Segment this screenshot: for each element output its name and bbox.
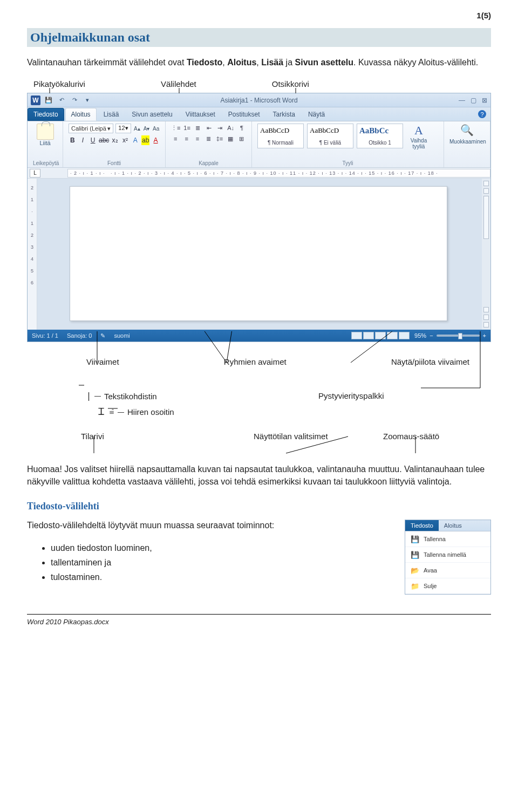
paste-icon[interactable] <box>37 124 54 140</box>
find-icon[interactable]: 🔍 <box>449 124 485 137</box>
mini-tab-tiedosto[interactable]: Tiedosto <box>405 520 439 531</box>
font-size-combo[interactable]: 12▾ <box>115 124 131 133</box>
sort-icon[interactable]: A↓ <box>226 124 235 132</box>
status-language[interactable]: suomi <box>114 332 130 339</box>
text-effects-icon[interactable]: A <box>131 135 139 145</box>
increase-indent-icon[interactable]: ⇥ <box>215 124 224 132</box>
browse-object-icon[interactable] <box>483 315 489 320</box>
mini-tab-aloitus[interactable]: Aloitus <box>439 520 467 531</box>
ribbon-tabs: Tiedosto Aloitus Lisää Sivun asettelu Vi… <box>28 107 490 121</box>
status-word-count[interactable]: Sanoja: 0 <box>67 332 92 339</box>
align-right-icon[interactable]: ≡ <box>193 134 202 143</box>
tab-selector[interactable]: L <box>30 169 40 178</box>
save-icon[interactable]: 💾 <box>44 95 53 105</box>
intro-bold-aloitus: Aloitus <box>227 58 256 67</box>
close-icon[interactable]: ⊠ <box>482 97 487 104</box>
callout-row-top: Pikatyökalurivi Välilehdet Otsikkorivi <box>27 77 491 93</box>
tab-aloitus[interactable]: Aloitus <box>65 108 97 121</box>
subscript-icon[interactable]: x₂ <box>111 135 119 145</box>
redo-icon[interactable]: ↷ <box>70 95 79 105</box>
tab-tarkista[interactable]: Tarkista <box>267 108 301 121</box>
scroll-up-icon[interactable] <box>483 188 489 194</box>
menu-item-tallenna-nimella[interactable]: 💾Tallenna nimellä <box>405 547 490 563</box>
font-name-combo[interactable]: Calibri (Leipä▾ <box>69 124 113 133</box>
document-page[interactable] <box>70 186 447 321</box>
menu-item-tallenna[interactable]: 💾Tallenna <box>405 531 490 547</box>
grow-font-icon[interactable]: A▴ <box>133 124 141 133</box>
strikethrough-icon[interactable]: abc <box>99 135 109 145</box>
vertical-scrollbar[interactable] <box>482 179 490 330</box>
tab-nayta[interactable]: Näytä <box>302 108 331 121</box>
style-normaali[interactable]: AaBbCcD ¶ Normaali <box>257 124 304 148</box>
undo-icon[interactable]: ↶ <box>57 95 66 105</box>
tab-viittaukset[interactable]: Viittaukset <box>180 108 221 121</box>
shrink-font-icon[interactable]: A▾ <box>143 124 151 133</box>
borders-icon[interactable]: ⊞ <box>237 134 246 143</box>
restore-icon[interactable]: ▢ <box>471 97 476 104</box>
editing-label[interactable]: Muokkaaminen <box>449 139 485 145</box>
change-style-icon: A <box>406 124 431 138</box>
change-style-button[interactable]: A Vaihda tyyliä <box>406 124 431 149</box>
text-cursor-marker: | <box>86 391 91 401</box>
menu-item-avaa[interactable]: 📂Avaa <box>405 563 490 578</box>
view-full-screen-icon[interactable] <box>363 332 374 339</box>
callout-ryhmien-avaimet: Ryhmien avaimet <box>224 357 287 366</box>
qat-dropdown-icon[interactable]: ▾ <box>83 95 92 105</box>
zoom-control: 95% − + <box>414 332 486 339</box>
status-proofing-icon[interactable]: ✎ <box>100 332 105 339</box>
view-print-layout-icon[interactable] <box>351 332 362 339</box>
intro-bold-tiedosto: Tiedosto <box>187 58 222 67</box>
view-draft-icon[interactable] <box>399 332 410 339</box>
footer-filename: Word 2010 Pikaopas.docx <box>27 618 491 626</box>
justify-icon[interactable]: ≣ <box>204 134 213 143</box>
word-app-icon[interactable]: W <box>31 95 40 105</box>
scroll-thumb[interactable] <box>483 196 489 239</box>
scroll-down-icon[interactable] <box>483 307 489 312</box>
font-color-icon[interactable]: A <box>152 135 160 145</box>
align-center-icon[interactable]: ≡ <box>182 134 190 143</box>
group-label-tyyli: Tyyli <box>257 159 438 166</box>
paste-label[interactable]: Liitä <box>33 140 57 146</box>
minimize-icon[interactable]: — <box>459 97 465 104</box>
vertical-ruler[interactable]: 21·123456 <box>28 179 37 330</box>
decrease-indent-icon[interactable]: ⇤ <box>205 124 213 132</box>
style-otsikko1[interactable]: AaBbCc Otsikko 1 <box>357 124 403 148</box>
tab-postitukset[interactable]: Postitukset <box>222 108 266 121</box>
next-page-icon[interactable] <box>483 322 489 327</box>
tab-lisaa[interactable]: Lisää <box>98 108 125 121</box>
pilcrow-icon[interactable]: ¶ <box>237 124 246 132</box>
align-left-icon[interactable]: ≡ <box>171 134 180 143</box>
line-spacing-icon[interactable]: ‡≡ <box>215 134 224 143</box>
view-outline-icon[interactable] <box>387 332 398 339</box>
italic-icon[interactable]: I <box>79 135 87 145</box>
zoom-in-icon[interactable]: + <box>483 332 486 339</box>
numbering-icon[interactable]: 1≡ <box>182 124 191 132</box>
view-web-icon[interactable] <box>375 332 386 339</box>
change-case-icon[interactable]: Aa <box>152 124 160 133</box>
group-label-leikepoyto: Leikepöytä <box>33 159 57 166</box>
horizontal-ruler-row: L · 2 · ı · 1 · ı · · ı · 1 · ı · 2 · ı … <box>28 168 490 179</box>
superscript-icon[interactable]: x² <box>121 135 130 145</box>
tab-sivun-asettelu[interactable]: Sivun asettelu <box>126 108 178 121</box>
zoom-slider[interactable] <box>437 335 480 337</box>
group-label-fontti: Fontti <box>69 159 160 166</box>
line-spacing-cursor-icon: ≡̂ <box>109 408 114 416</box>
group-kappale: ⋮≡ 1≡ ≣ ⇤ ⇥ A↓ ¶ ≡ ≡ ≡ ≣ ‡≡ ▦ ⊞ <box>166 121 252 167</box>
ruler-toggle-icon[interactable] <box>483 181 489 186</box>
tab-tiedosto[interactable]: Tiedosto <box>28 108 64 121</box>
zoom-out-icon[interactable]: − <box>430 332 433 339</box>
horizontal-ruler[interactable]: · 2 · ı · 1 · ı · · ı · 1 · ı · 2 · ı · … <box>67 169 490 178</box>
menu-item-sulje[interactable]: 📁Sulje <box>405 578 490 594</box>
status-bar: Sivu: 1 / 1 Sanoja: 0 ✎ suomi 95% − + <box>28 330 490 342</box>
group-fontti: Calibri (Leipä▾ 12▾ A▴ A▾ Aa B I U abc x… <box>63 121 166 167</box>
style-ei-valia[interactable]: AaBbCcD ¶ Ei väliä <box>307 124 353 148</box>
help-icon[interactable]: ? <box>478 110 486 118</box>
underline-icon[interactable]: U <box>89 135 97 145</box>
bullets-icon[interactable]: ⋮≡ <box>171 124 180 132</box>
shading-icon[interactable]: ▦ <box>226 134 235 143</box>
bold-icon[interactable]: B <box>69 135 77 145</box>
status-page[interactable]: Sivu: 1 / 1 <box>32 332 58 339</box>
zoom-percent[interactable]: 95% <box>414 332 426 339</box>
multilevel-icon[interactable]: ≣ <box>194 124 202 132</box>
highlight-icon[interactable]: ab <box>141 135 149 145</box>
